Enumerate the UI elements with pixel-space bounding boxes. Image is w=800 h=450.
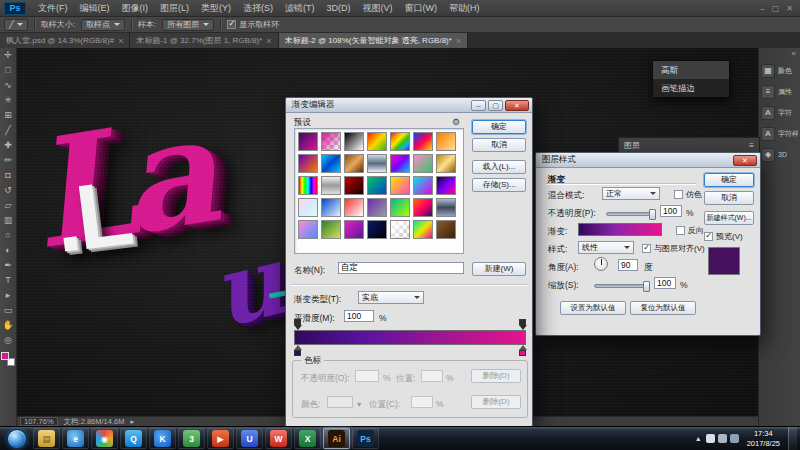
tool-preset-picker[interactable]: ╱ [4, 19, 28, 31]
gradient-preset[interactable] [367, 220, 387, 239]
menu-item[interactable]: 选择(S) [237, 0, 279, 17]
layers-panel-header[interactable]: 图层 ≡ [618, 137, 760, 153]
taskbar-wps[interactable]: W [265, 428, 292, 449]
gradient-swatch[interactable] [578, 223, 662, 236]
clone-stamp-tool[interactable]: ◘ [0, 168, 17, 183]
menu-item[interactable]: 滤镜(T) [279, 0, 321, 17]
move-tool[interactable]: ✛ [0, 48, 17, 63]
opacity-slider[interactable] [606, 212, 654, 216]
brush-tool[interactable]: ✏ [0, 153, 17, 168]
angle-dial[interactable] [594, 257, 608, 271]
option-dropdown[interactable]: 所有图层 [162, 19, 214, 31]
document-tab[interactable]: 未标题-1 @ 32.7%(图层 1, RGB/8)*× [130, 33, 278, 48]
preview-checkbox[interactable]: 预览(V) [704, 231, 743, 242]
cancel-button[interactable]: 取消 [472, 138, 526, 152]
network-icon[interactable] [730, 434, 739, 443]
gradient-preset[interactable] [344, 154, 364, 173]
window-minimize-icon[interactable]: – [760, 4, 764, 13]
angle-input[interactable] [618, 259, 638, 271]
gradient-name-input[interactable] [338, 262, 464, 274]
taskbar-360-browser[interactable]: 3 [178, 428, 205, 449]
taskbar-file-explorer[interactable]: ▤ [33, 428, 60, 449]
eraser-tool[interactable]: ▱ [0, 198, 17, 213]
menu-item[interactable]: 图层(L) [154, 0, 195, 17]
dodge-tool[interactable]: ◐ [0, 243, 17, 258]
menu-item[interactable]: 窗口(W) [399, 0, 444, 17]
taskbar-qq[interactable]: Q [120, 428, 147, 449]
gradient-editor-titlebar[interactable]: 渐变编辑器 – ▢ ✕ [286, 98, 532, 113]
gradient-preset[interactable] [367, 176, 387, 195]
opacity-stop-right[interactable] [519, 319, 526, 325]
taskbar-clock[interactable]: 17:34 2017/8/25 [743, 429, 784, 448]
pen-tool[interactable]: ✒ [0, 258, 17, 273]
panel-character-panel[interactable]: A字符 [759, 102, 800, 123]
gradient-preset[interactable] [413, 220, 433, 239]
menu-item[interactable]: 帮助(H) [443, 0, 486, 17]
shape-tool[interactable]: ▭ [0, 303, 17, 318]
smoothness-input[interactable] [344, 310, 374, 322]
foreground-color[interactable] [1, 352, 9, 360]
close-icon[interactable]: ✕ [505, 100, 529, 111]
slider-thumb[interactable] [643, 281, 650, 292]
gradient-preset[interactable] [344, 220, 364, 239]
gradient-preset[interactable] [367, 132, 387, 151]
set-default-button[interactable]: 设置为默认值 [560, 301, 626, 315]
scale-input[interactable] [654, 277, 676, 289]
presets-menu-gear-icon[interactable]: ⚙ [452, 117, 460, 127]
history-item[interactable]: 高斯 [653, 61, 729, 79]
taskbar-kugou-music[interactable]: K [149, 428, 176, 449]
gradient-preset[interactable] [390, 198, 410, 217]
load-button[interactable]: 载入(L)... [472, 160, 526, 174]
gradient-preset[interactable] [390, 154, 410, 173]
blur-tool[interactable]: ○ [0, 228, 17, 243]
menu-item[interactable]: 图像(I) [116, 0, 155, 17]
taskbar-video-player[interactable]: ▶ [207, 428, 234, 449]
menu-item[interactable]: 视图(V) [357, 0, 399, 17]
menu-item[interactable]: 文件(F) [32, 0, 74, 17]
gradient-preview[interactable] [294, 330, 526, 345]
taskbar-excel[interactable]: X [294, 428, 321, 449]
gradient-preset[interactable] [321, 132, 341, 151]
history-item[interactable]: 画笔描边 [653, 79, 729, 97]
lasso-tool[interactable]: ∿ [0, 78, 17, 93]
ok-button[interactable]: 确定 [704, 173, 754, 187]
slider-thumb[interactable] [649, 209, 656, 220]
collapse-panels-icon[interactable]: « [759, 48, 800, 60]
reset-default-button[interactable]: 复位为默认值 [630, 301, 696, 315]
gradient-preset[interactable] [436, 154, 456, 173]
gradient-preset[interactable] [298, 176, 318, 195]
close-icon[interactable]: ✕ [733, 155, 757, 166]
volume-icon[interactable] [718, 434, 727, 443]
tab-close-icon[interactable]: × [456, 36, 461, 46]
panel-properties-panel[interactable]: ≡属性 [759, 81, 800, 102]
show-sampling-ring-checkbox[interactable]: 显示取样环 [227, 19, 279, 30]
gradient-preset[interactable] [390, 132, 410, 151]
zoom-level-field[interactable]: 107.76% [20, 417, 58, 426]
reverse-checkbox[interactable]: 反向 [676, 225, 704, 236]
save-button[interactable]: 存储(S)... [472, 178, 526, 192]
gradient-preset[interactable] [321, 198, 341, 217]
opacity-stop-left[interactable] [294, 319, 301, 325]
taskbar-internet-explorer[interactable]: e [62, 428, 89, 449]
menu-item[interactable]: 类型(Y) [195, 0, 237, 17]
healing-brush-tool[interactable]: ✚ [0, 138, 17, 153]
gradient-preset[interactable] [436, 198, 456, 217]
blend-mode-select[interactable]: 正常 [602, 187, 660, 200]
option-dropdown[interactable]: 取样点 [81, 19, 125, 31]
type-tool[interactable]: T [0, 273, 17, 288]
panel-3d-panel[interactable]: ◈3D [759, 144, 800, 165]
gradient-preset[interactable] [390, 176, 410, 195]
start-button[interactable] [7, 429, 27, 449]
gradient-preset[interactable] [344, 132, 364, 151]
color-stop-left[interactable] [294, 350, 301, 356]
opacity-input[interactable] [660, 205, 682, 217]
color-stop-right[interactable] [519, 350, 526, 356]
new-gradient-button[interactable]: 新建(W) [472, 262, 526, 276]
crop-tool[interactable]: ⊞ [0, 108, 17, 123]
taskbar-illustrator[interactable]: Ai [323, 428, 350, 449]
hand-tool[interactable]: ✋ [0, 318, 17, 333]
marquee-tool[interactable]: □ [0, 63, 17, 78]
zoom-tool[interactable]: ◎ [0, 333, 17, 348]
window-close-icon[interactable]: ✕ [786, 4, 793, 13]
path-select-tool[interactable]: ▸ [0, 288, 17, 303]
